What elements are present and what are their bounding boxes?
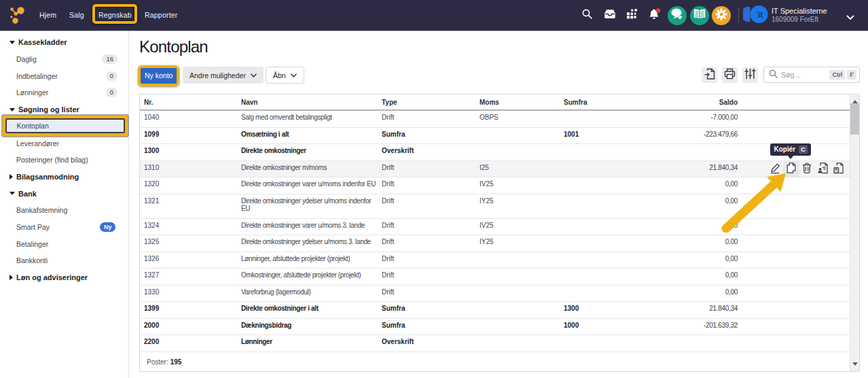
table-row[interactable]: 1324Direkte omkostninger varer u/moms 3.… [140,219,850,236]
row-action-postings-button[interactable] [815,161,831,177]
row-action-copy-button[interactable] [783,161,799,177]
sidebar-item-lonninger[interactable]: Lønninger0 [0,84,128,101]
row-actions-empty [738,286,850,302]
support-chat-button[interactable] [668,6,687,25]
nav-hjem[interactable]: Hjem [39,0,56,31]
row-actions-empty [738,252,850,269]
print-button[interactable] [722,67,738,83]
kbd-ctrl: Ctrl [829,70,845,80]
sidebar-item-smart-pay[interactable]: Smart PayNy [0,219,128,236]
sidebar-item-kontoplan[interactable]: Kontoplan [7,120,124,132]
table-row[interactable]: 1040Salg med omvendt betalingspligtDrift… [140,111,850,128]
open-button[interactable]: Åbn [266,67,304,84]
sidebar-item-leverandorer[interactable]: Leverandører [0,135,128,152]
cell-saldo: 0,00 [638,194,738,205]
row-action-delete-button[interactable] [799,161,816,177]
vertical-scrollbar[interactable] [850,94,859,371]
column-header-navn[interactable]: Navn [241,99,382,106]
cell-saldo: 0,00 [638,252,738,263]
notifications-button[interactable] [645,0,663,31]
layout-settings-button[interactable] [742,67,758,83]
cell-sumfra [564,144,638,147]
chevron-down-icon[interactable] [846,11,854,23]
nav-rapporter[interactable]: Rapporter [145,0,178,31]
table-row[interactable]: 1099Omsætning i altSumfra1001-223.479,66 [140,128,850,145]
table-row[interactable]: 1300Direkte omkostningerOverskrift [140,144,850,161]
table-row[interactable]: 1320Direkte omkostninger varer u/moms in… [140,177,850,194]
cell-sumfra: 1000 [564,319,638,330]
sidebar-group-kassekladder[interactable]: Kassekladder [0,34,128,51]
cell-saldo: 0,00 [638,177,738,188]
export-button[interactable] [702,67,717,83]
row-action-edit-button[interactable] [767,161,784,177]
table-row[interactable]: 1326Lønninger, afsluttede projekter (pro… [140,252,850,269]
cell-sumfra [564,335,638,338]
count-badge: Ny [100,222,115,232]
table-row[interactable]: 1399Direkte omkostninger i altSumfra1300… [140,302,850,319]
cell-sumfra [564,177,638,180]
column-header-type[interactable]: Type [382,99,480,106]
sidebar: Kassekladder Daglig16 Indbetalinger0 Løn… [0,31,129,378]
table-row[interactable]: 2000DækningsbidragSumfra1000-201.639,32 [140,319,850,336]
column-header-moms[interactable]: Moms [480,99,564,106]
table-search-input[interactable]: Søg... Ctrl F [763,67,860,83]
profile-menu[interactable]: ʾit IT Specialisterne 1609009 ForEft [743,3,827,27]
cell-sumfra [564,194,638,197]
settings-button[interactable] [712,6,731,25]
sidebar-item-label: Betalinger [16,240,48,248]
cell-sumfra [564,235,638,238]
app-window: Hjem Salg Regnskab Rapporter ʾit IT Spec… [0,0,868,378]
other-options-button[interactable]: Andre muligheder [183,67,264,84]
sidebar-item-daglig[interactable]: Daglig16 [0,51,128,68]
count-badge: 0 [106,71,117,81]
cell-moms [480,319,564,322]
sidebar-item-betalinger[interactable]: Betalinger [0,235,128,252]
column-header-saldo[interactable]: Saldo [638,99,738,106]
records-label: Poster: [147,358,168,366]
nav-salg[interactable]: Salg [69,0,84,31]
sidebar-group-bank[interactable]: Bank [0,185,128,202]
sidebar-group-lon-og-adviseringer[interactable]: Løn og adviseringer [0,269,128,286]
sidebar-item-posteringer-find-bilag[interactable]: Posteringer (find bilag) [0,152,128,169]
column-header-nr[interactable]: Nr. [140,99,241,106]
nav-regnskab[interactable]: Regnskab [98,0,132,31]
sidebar-item-bankkonti[interactable]: Bankkonti [0,252,128,269]
sidebar-item-bankafstemning[interactable]: Bankafstemning [0,202,128,219]
row-action-budget-button[interactable] [831,161,848,177]
new-account-button[interactable]: Ny konto [141,68,177,84]
table-row[interactable]: 1325Direkte omkostninger ydelser u/moms … [140,235,850,252]
table-row[interactable]: 1310Direkte omkostninger m/momsDriftI252… [140,161,850,178]
sidebar-group-sogning-og-lister[interactable]: Søgning og lister [0,101,128,118]
kbd-f: F [847,70,856,80]
economic-logo[interactable] [10,6,25,27]
cell-moms: I25 [480,161,564,172]
sidebar-group-label: Bank [18,190,37,198]
sidebar-item-indbetalinger[interactable]: Indbetalinger0 [0,67,128,84]
column-header-sumfra[interactable]: Sumfra [564,99,638,106]
cell-saldo: -201.639,32 [638,319,738,330]
sidebar-item-label: Posteringer (find bilag) [16,156,88,164]
cell-moms [480,286,564,288]
page-title: Kontoplan [139,37,208,56]
table-row[interactable]: 1327Omkostninger, afsluttede projekter (… [140,269,850,286]
table-row[interactable]: 1321Direkte omkostninger ydelser u/moms … [140,194,850,219]
global-search-button[interactable] [578,0,596,31]
table-row[interactable]: 2200LønningerOverskrift [140,335,850,352]
table-row[interactable]: 1330Vareforbrug (lagermodul)Drift0,00 [140,286,850,303]
apps-button[interactable] [623,0,641,31]
cell-type: Sumfra [382,319,480,330]
chevron-down-icon [10,41,15,44]
cell-type: Drift [382,252,480,263]
sidebar-group-bilagsanmodning[interactable]: Bilagsanmodning [0,169,128,186]
inbox-button[interactable] [601,0,619,31]
cell-saldo: 21.840,34 [638,161,738,172]
scroll-down-icon[interactable] [852,362,858,366]
cell-navn: Direkte omkostninger ydelser u/moms inde… [241,194,382,213]
cell-saldo: 0,00 [638,286,738,296]
row-actions-empty [738,219,850,235]
scrollbar-thumb[interactable] [850,103,859,135]
cell-type: Drift [382,111,480,122]
records-count: 195 [170,358,182,366]
help-book-button[interactable] [690,6,709,25]
cell-type: Drift [382,194,480,205]
